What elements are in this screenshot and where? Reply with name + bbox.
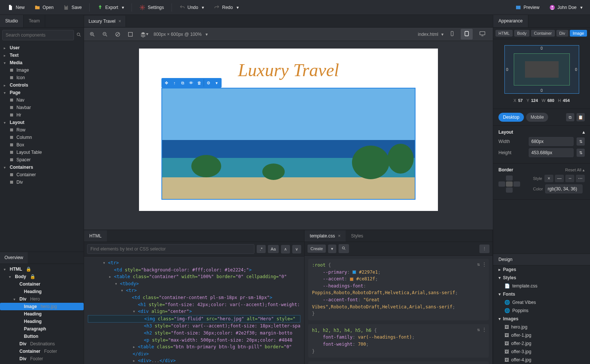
case-btn[interactable]: Aa bbox=[268, 245, 279, 253]
document-tab[interactable]: Luxury Travel × bbox=[84, 16, 126, 27]
copy-icon[interactable]: ⧉ bbox=[179, 79, 186, 87]
html-code[interactable]: ▾<tr> <td style="background-color: #fff;… bbox=[84, 256, 304, 364]
user-menu[interactable]: John Doe▾ bbox=[546, 3, 586, 12]
border-top[interactable] bbox=[506, 175, 513, 181]
design-item[interactable]: 📄template.css bbox=[493, 282, 590, 290]
preview-button[interactable]: Preview bbox=[512, 3, 543, 12]
height-input[interactable] bbox=[529, 148, 574, 157]
sort-icon[interactable]: ⇅ bbox=[477, 261, 480, 268]
device-desktop[interactable] bbox=[476, 29, 489, 39]
zoom-out-icon[interactable] bbox=[101, 30, 109, 39]
overview-item[interactable]: Heading bbox=[0, 288, 84, 295]
css-more-icon[interactable]: ⋮ bbox=[479, 245, 489, 253]
box-model-margin[interactable]: 0 0 0 0 0 0 0 0 bbox=[504, 45, 579, 94]
design-item[interactable]: 🖼hero.jpg bbox=[493, 323, 590, 331]
overview-item[interactable]: ▾DivHero bbox=[0, 295, 84, 303]
tab-studio[interactable]: Studio bbox=[0, 15, 24, 27]
zoom-in-icon[interactable] bbox=[88, 30, 97, 39]
component-group[interactable]: ▸Controls bbox=[0, 81, 84, 89]
save-button[interactable]: Save bbox=[59, 3, 85, 12]
component-item[interactable]: Container bbox=[0, 171, 84, 178]
border-dotted[interactable]: ⋯ bbox=[576, 175, 585, 182]
component-item[interactable]: Hr bbox=[0, 111, 84, 119]
create-css-btn[interactable]: Create bbox=[308, 245, 326, 253]
design-item[interactable]: 🖼offer-3.jpg bbox=[493, 348, 590, 356]
design-item[interactable]: 🌐Poppins bbox=[493, 307, 590, 315]
overview-item[interactable]: Imagehero.jpg bbox=[0, 303, 84, 310]
component-item[interactable]: Icon bbox=[0, 74, 84, 81]
border-bottom[interactable] bbox=[506, 187, 513, 193]
component-group[interactable]: ▾Page bbox=[0, 89, 84, 96]
design-item[interactable]: 🖼offer-4.jpg bbox=[493, 356, 590, 364]
design-item[interactable]: 🖼offer-2.jpg bbox=[493, 339, 590, 348]
component-group[interactable]: ▸User bbox=[0, 44, 84, 52]
close-icon[interactable]: × bbox=[118, 19, 121, 24]
overview-item[interactable]: DivFooter bbox=[0, 355, 84, 363]
overview-item[interactable]: DivDestinations bbox=[0, 340, 84, 348]
settings-button[interactable]: Settings bbox=[136, 3, 167, 12]
layers-icon[interactable]: ▾ bbox=[139, 30, 150, 39]
device-phone[interactable] bbox=[447, 29, 458, 40]
css-tab-styles[interactable]: Styles bbox=[346, 230, 368, 242]
overview-item[interactable]: Button bbox=[0, 333, 84, 340]
undo-button[interactable]: Undo▾ bbox=[176, 3, 208, 12]
chevron-down-icon[interactable]: ▾ bbox=[213, 79, 220, 87]
box-model-padding[interactable]: 0 0 0 0 bbox=[514, 53, 570, 85]
component-group[interactable]: ▾Containers bbox=[0, 164, 84, 171]
overview-item[interactable]: ▾Body🔒 bbox=[0, 273, 84, 280]
nocircle-icon[interactable] bbox=[113, 30, 122, 39]
move-icon[interactable]: ✥ bbox=[163, 79, 170, 87]
component-item[interactable]: Column bbox=[0, 134, 84, 141]
overview-item[interactable]: Heading bbox=[0, 318, 84, 325]
design-group[interactable]: ▾Images bbox=[493, 315, 590, 323]
component-group[interactable]: ▸Text bbox=[0, 52, 84, 59]
design-group[interactable]: ▾Fonts bbox=[493, 290, 590, 298]
redo-button[interactable]: Redo▾ bbox=[210, 3, 243, 12]
design-tab[interactable]: Design bbox=[493, 254, 518, 265]
reset-all-link[interactable]: Reset All bbox=[565, 168, 581, 172]
css-code[interactable]: ⇅⋮ :root { --primary: #2297e1; --accent:… bbox=[305, 256, 492, 364]
more-icon[interactable]: ⋮ bbox=[482, 326, 486, 333]
component-item[interactable]: Nav bbox=[0, 96, 84, 104]
overview-item[interactable]: ▾HTML🔒 bbox=[0, 265, 84, 273]
component-item[interactable]: Navbar bbox=[0, 104, 84, 111]
html-editor-tab[interactable]: HTML bbox=[84, 230, 107, 242]
css-tab-template[interactable]: template.css× bbox=[305, 230, 346, 242]
width-input[interactable] bbox=[529, 137, 574, 146]
regex-btn[interactable]: .* bbox=[257, 245, 265, 253]
overview-item[interactable]: Container bbox=[0, 280, 84, 288]
overview-item[interactable]: ContainerFooter bbox=[0, 348, 84, 355]
crumb-item[interactable]: Image bbox=[570, 30, 587, 37]
component-group[interactable]: ▾Media bbox=[0, 59, 84, 66]
copy-style-icon[interactable]: ⧉ bbox=[566, 113, 574, 121]
crumb-item[interactable]: Div bbox=[556, 30, 568, 37]
more-icon[interactable]: ⋮ bbox=[482, 261, 486, 268]
filename-label[interactable]: index.html bbox=[418, 32, 438, 37]
stepper-icon[interactable]: ⇅ bbox=[577, 149, 585, 157]
device-tablet[interactable] bbox=[461, 29, 473, 40]
open-button[interactable]: Open bbox=[31, 3, 57, 12]
export-button[interactable]: Export ▾ bbox=[93, 3, 128, 12]
appearance-tab[interactable]: Appearance bbox=[493, 15, 528, 27]
mobile-toggle[interactable]: Mobile bbox=[526, 113, 548, 122]
component-item[interactable]: Div bbox=[0, 178, 84, 186]
settings-icon[interactable]: ⚙ bbox=[205, 79, 212, 87]
border-right[interactable] bbox=[513, 181, 520, 187]
border-all[interactable] bbox=[506, 181, 513, 187]
component-item[interactable]: Row bbox=[0, 126, 84, 134]
component-item[interactable]: Image bbox=[0, 66, 84, 74]
delete-icon[interactable]: 🗑 bbox=[195, 79, 203, 87]
prev-btn[interactable]: ∧ bbox=[281, 245, 290, 253]
next-btn[interactable]: ∨ bbox=[292, 245, 301, 253]
search-icon[interactable] bbox=[76, 32, 81, 38]
search-components-input[interactable] bbox=[2, 30, 74, 40]
border-solid[interactable]: — bbox=[555, 175, 564, 182]
overview-item[interactable]: Paragraph bbox=[0, 325, 84, 333]
design-group[interactable]: ▸Pages bbox=[493, 265, 590, 274]
component-item[interactable]: Layout Table bbox=[0, 149, 84, 156]
collapse-icon[interactable]: ▴ bbox=[583, 130, 585, 135]
clipboard-icon[interactable]: 📋 bbox=[577, 113, 585, 121]
component-group[interactable]: ▾Layout bbox=[0, 119, 84, 126]
visibility-icon[interactable]: 👁 bbox=[187, 79, 195, 87]
close-icon[interactable]: × bbox=[338, 233, 340, 239]
